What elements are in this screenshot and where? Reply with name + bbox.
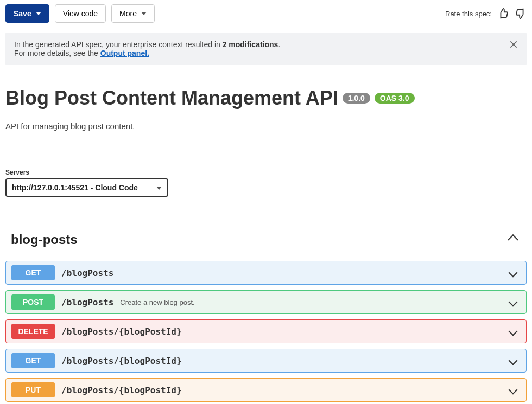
servers-label: Servers (5, 169, 527, 176)
view-code-label: View code (63, 9, 98, 18)
view-code-button[interactable]: View code (55, 4, 106, 23)
chevron-down-icon (509, 298, 518, 307)
tag-header[interactable]: blog-posts (5, 225, 527, 255)
operation-summary: Create a new blog post. (120, 298, 194, 306)
close-icon[interactable] (509, 40, 518, 50)
save-label: Save (14, 9, 31, 18)
api-description: API for managing blog post content. (5, 121, 527, 131)
operation-row[interactable]: DELETE/blogPosts/{blogPostId} (5, 319, 527, 343)
chevron-down-icon (141, 12, 147, 15)
operation-row[interactable]: GET/blogPosts (5, 261, 527, 285)
servers-block: Servers http://127.0.0.1:45521 - Cloud C… (5, 169, 527, 197)
notice-line1-suffix: . (278, 40, 280, 49)
method-badge: PUT (11, 382, 55, 397)
method-badge: GET (11, 353, 55, 368)
output-panel-link[interactable]: Output panel. (100, 49, 149, 57)
tag-section: blog-posts GET/blogPostsPOST/blogPostsCr… (0, 219, 532, 404)
chevron-down-icon (156, 187, 162, 190)
operation-row[interactable]: PUT/blogPosts/{blogPostId} (5, 378, 527, 402)
api-main: Blog Post Content Management API 1.0.0 O… (0, 70, 532, 202)
oas-badge: OAS 3.0 (375, 93, 415, 104)
thumb-up-icon[interactable] (497, 8, 509, 20)
operation-path: /blogPosts/{blogPostId} (61, 356, 182, 366)
api-title: Blog Post Content Management API (5, 87, 338, 110)
method-badge: GET (11, 265, 55, 280)
title-row: Blog Post Content Management API 1.0.0 O… (5, 87, 527, 110)
notice-line2-prefix: For more details, see the (14, 49, 100, 57)
chevron-down-icon (36, 12, 41, 15)
operation-row[interactable]: POST/blogPostsCreate a new blog post. (5, 290, 527, 314)
top-toolbar: Save View code More Rate this spec: (0, 0, 532, 27)
operation-path: /blogPosts/{blogPostId} (61, 326, 182, 337)
thumb-down-icon[interactable] (515, 8, 527, 20)
chevron-down-icon (509, 327, 518, 336)
more-button[interactable]: More (111, 4, 155, 23)
operation-path: /blogPosts (61, 268, 113, 278)
server-selected: http://127.0.0.1:45521 - Cloud Code (12, 183, 138, 192)
chevron-down-icon (509, 356, 518, 365)
save-button[interactable]: Save (5, 4, 49, 23)
operations-list: GET/blogPostsPOST/blogPostsCreate a new … (5, 261, 527, 402)
tag-title: blog-posts (11, 232, 78, 247)
method-badge: DELETE (11, 324, 55, 339)
server-select[interactable]: http://127.0.0.1:45521 - Cloud Code (5, 178, 168, 197)
chevron-down-icon (509, 386, 518, 395)
operation-row[interactable]: GET/blogPosts/{blogPostId} (5, 349, 527, 373)
more-label: More (119, 9, 137, 18)
method-badge: POST (11, 294, 55, 310)
toolbar-right: Rate this spec: (445, 8, 527, 20)
chevron-down-icon (509, 268, 518, 278)
rate-label: Rate this spec: (445, 10, 492, 18)
chevron-up-icon (508, 234, 518, 245)
operation-path: /blogPosts (61, 297, 113, 307)
operation-path: /blogPosts/{blogPostId} (61, 385, 182, 395)
notice-line1-bold: 2 modifications (223, 40, 278, 49)
version-badge: 1.0.0 (343, 93, 370, 104)
enterprise-notice: In the generated API spec, your enterpri… (5, 33, 527, 65)
notice-line1-prefix: In the generated API spec, your enterpri… (14, 40, 223, 49)
notice-text: In the generated API spec, your enterpri… (14, 40, 280, 57)
